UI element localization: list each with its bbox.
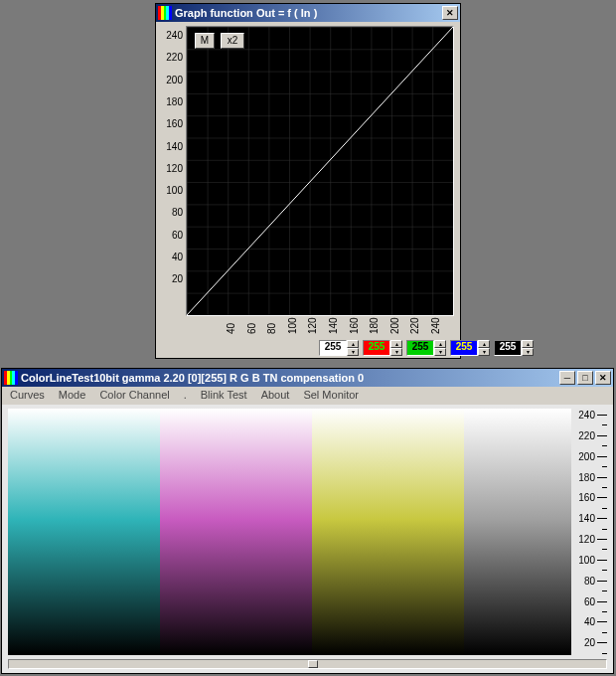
ruler-tick-label: 140 <box>578 513 607 524</box>
colorline-window: ColorLineTest10bit gamma 2.20 [0][255] R… <box>1 368 614 674</box>
close-icon[interactable]: ✕ <box>442 6 458 20</box>
x-axis-ticks: 406080100120140160180200220240 <box>186 318 454 336</box>
chevron-up-icon[interactable]: ▴ <box>522 340 534 348</box>
y-tick-label: 220 <box>166 52 183 63</box>
ruler-minor-tick <box>602 549 607 550</box>
ruler-minor-tick <box>602 570 607 571</box>
ruler-tick-label: 220 <box>578 430 607 441</box>
x-tick-label: 60 <box>246 323 257 334</box>
spinner-value[interactable]: 255 <box>406 340 434 356</box>
graph-window: Graph function Out = f ( In ) ✕ 24022020… <box>155 3 461 359</box>
close-icon[interactable]: ✕ <box>595 371 611 385</box>
w-spinner[interactable]: 255▴▾ <box>494 339 534 357</box>
value-ruler: 24022020018016014012010080604020 <box>573 409 607 655</box>
spinner-value[interactable]: 255 <box>319 340 347 356</box>
horizontal-scrollbar[interactable] <box>8 659 607 669</box>
ruler-minor-tick <box>602 445 607 446</box>
x-tick-label: 100 <box>287 317 298 334</box>
ruler-tick-label: 100 <box>578 555 607 566</box>
chevron-up-icon[interactable]: ▴ <box>390 340 402 348</box>
ruler-tick-label: 60 <box>584 596 607 607</box>
chevron-down-icon[interactable]: ▾ <box>478 348 490 356</box>
ruler-minor-tick <box>602 591 607 592</box>
graph-titlebar[interactable]: Graph function Out = f ( In ) ✕ <box>156 4 460 22</box>
x2-button[interactable]: x2 <box>221 33 244 49</box>
palette-icon <box>4 371 18 385</box>
ruler-tick-label: 20 <box>584 637 607 648</box>
scrollbar-thumb[interactable] <box>308 660 318 668</box>
grey-column <box>464 409 571 655</box>
y-tick-label: 180 <box>166 96 183 107</box>
menu-item[interactable]: Blink Test <box>201 389 247 403</box>
chevron-down-icon[interactable]: ▾ <box>390 348 402 356</box>
y-tick-label: 160 <box>166 118 183 129</box>
menu-item[interactable]: Mode <box>59 389 86 403</box>
menu-item[interactable]: . <box>184 389 187 403</box>
y-tick-label: 40 <box>172 252 183 262</box>
maximize-icon[interactable]: □ <box>577 371 593 385</box>
ruler-minor-tick <box>602 632 607 633</box>
minimize-icon[interactable]: ─ <box>559 371 575 385</box>
menu-item[interactable]: About <box>261 389 290 403</box>
yellow-column <box>312 409 464 655</box>
ruler-minor-tick <box>602 424 607 425</box>
x-tick-label: 220 <box>409 317 420 334</box>
ruler-tick-label: 180 <box>578 472 607 483</box>
chevron-down-icon[interactable]: ▾ <box>434 348 446 356</box>
ruler-minor-tick <box>602 487 607 488</box>
chevron-up-icon[interactable]: ▴ <box>347 340 359 348</box>
palette-icon <box>158 6 172 20</box>
x-tick-label: 180 <box>369 317 380 334</box>
main-title: ColorLineTest10bit gamma 2.20 [0][255] R… <box>21 372 364 384</box>
chevron-up-icon[interactable]: ▴ <box>434 340 446 348</box>
main-menubar: CurvesModeColor Channel.Blink TestAboutS… <box>2 387 613 405</box>
x-tick-label: 140 <box>328 317 339 334</box>
y-tick-label: 60 <box>172 230 183 241</box>
ruler-tick-label: 80 <box>584 576 607 587</box>
ruler-minor-tick <box>602 508 607 509</box>
y-tick-label: 20 <box>172 273 183 284</box>
graph-plot-area[interactable]: M x2 <box>186 26 454 316</box>
spinner-row: 255▴▾255▴▾255▴▾255▴▾255▴▾ <box>319 339 534 357</box>
ruler-tick-label: 120 <box>578 534 607 545</box>
x-tick-label: 160 <box>349 317 360 334</box>
ruler-tick-label: 160 <box>578 492 607 503</box>
y-tick-label: 80 <box>172 207 183 218</box>
chevron-down-icon[interactable]: ▾ <box>522 348 534 356</box>
ruler-minor-tick <box>602 529 607 530</box>
y-tick-label: 140 <box>166 141 183 152</box>
x-tick-label: 120 <box>307 317 318 334</box>
cyan-column <box>8 409 160 655</box>
magenta-column <box>160 409 312 655</box>
main-titlebar[interactable]: ColorLineTest10bit gamma 2.20 [0][255] R… <box>2 369 613 387</box>
ruler-tick-label: 40 <box>584 616 607 627</box>
g-spinner[interactable]: 255▴▾ <box>406 339 446 357</box>
m-button[interactable]: M <box>195 33 215 49</box>
chevron-down-icon[interactable]: ▾ <box>347 348 359 356</box>
spinner-value[interactable]: 255 <box>363 340 390 356</box>
y-tick-label: 100 <box>166 185 183 196</box>
grid-lines <box>187 27 453 315</box>
x-tick-label: 200 <box>389 317 400 334</box>
b-spinner[interactable]: 255▴▾ <box>450 339 490 357</box>
x-tick-label: 40 <box>226 323 236 334</box>
ruler-tick-label: 240 <box>578 410 607 421</box>
ruler-minor-tick <box>602 653 607 654</box>
menu-item[interactable]: Color Channel <box>99 389 169 403</box>
menu-item[interactable]: Sel Monitor <box>303 389 359 403</box>
y-axis-ticks: 24022020018016014012010080604020 <box>159 26 186 316</box>
gradient-test-area <box>8 409 571 655</box>
y-tick-label: 120 <box>166 163 183 174</box>
menu-item[interactable]: Curves <box>10 389 45 403</box>
x-tick-label: 240 <box>430 317 441 334</box>
r-spinner[interactable]: 255▴▾ <box>363 339 402 357</box>
spinner-value[interactable]: 255 <box>494 340 522 356</box>
ruler-minor-tick <box>602 466 607 467</box>
x-tick-label: 80 <box>266 323 277 334</box>
y-tick-label: 240 <box>166 30 183 41</box>
ruler-tick-label: 200 <box>578 451 607 462</box>
y-tick-label: 200 <box>166 75 183 85</box>
spinner-value[interactable]: 255 <box>450 340 478 356</box>
chevron-up-icon[interactable]: ▴ <box>478 340 490 348</box>
k-spinner[interactable]: 255▴▾ <box>319 339 359 357</box>
